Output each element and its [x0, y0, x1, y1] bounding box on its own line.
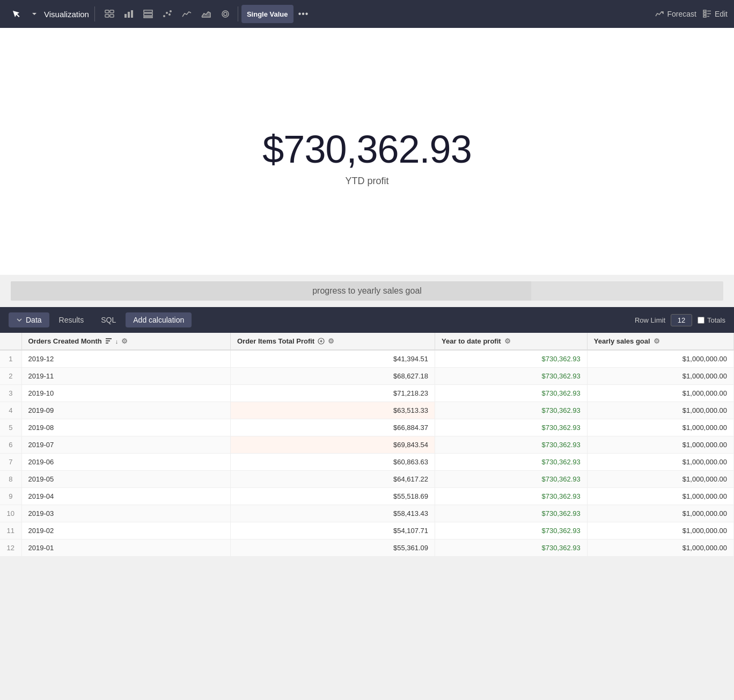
row-num: 6: [0, 436, 21, 454]
more-options-icon[interactable]: •••: [295, 5, 313, 23]
progress-bar-fill: [11, 281, 531, 301]
area-chart-vis-icon[interactable]: [197, 5, 215, 23]
row-num: 12: [0, 539, 21, 557]
th-month: Orders Created Month ↓ ⚙: [21, 333, 230, 350]
cell-ytd: $730,362.93: [435, 505, 588, 522]
pivot-vis-icon[interactable]: [139, 5, 157, 23]
tab-sql[interactable]: SQL: [93, 312, 123, 327]
row-num: 11: [0, 522, 21, 539]
edit-label: Edit: [715, 10, 728, 18]
line-chart-vis-icon[interactable]: [178, 5, 196, 23]
cell-ytd: $730,362.93: [435, 419, 588, 436]
cell-ytd: $730,362.93: [435, 350, 588, 368]
cell-month: 2019-10: [21, 385, 230, 402]
cell-month: 2019-03: [21, 505, 230, 522]
cursor-icon[interactable]: [6, 4, 26, 24]
single-value-vis-icon[interactable]: Single Value: [241, 5, 293, 23]
visualization-area: $730,362.93 YTD profit: [0, 28, 734, 275]
row-num: 3: [0, 385, 21, 402]
svg-rect-4: [124, 14, 127, 18]
cell-month: 2019-06: [21, 454, 230, 471]
main-value-display: $730,362.93: [262, 127, 471, 171]
table-row: 22019-11$68,627.18$730,362.93$1,000,000.…: [0, 368, 734, 385]
row-limit-input[interactable]: [671, 314, 692, 326]
cell-profit: $71,218.23: [230, 385, 435, 402]
cell-goal: $1,000,000.00: [587, 419, 733, 436]
svg-rect-1: [110, 10, 114, 13]
th-row-num: [0, 333, 21, 350]
totals-checkbox[interactable]: [698, 317, 704, 324]
cell-month: 2019-12: [21, 350, 230, 368]
data-toolbar-right: Row Limit Totals: [635, 314, 725, 326]
single-value-label: Single Value: [247, 10, 288, 18]
chevron-down-icon-data: [16, 317, 23, 323]
goal-col-settings-icon[interactable]: ⚙: [654, 337, 660, 345]
chevron-down-icon[interactable]: [29, 4, 40, 24]
svg-rect-0: [105, 10, 109, 13]
th-ytd: Year to date profit ⚙: [435, 333, 588, 350]
toolbar-left: Visualization: [6, 4, 652, 24]
data-table: Orders Created Month ↓ ⚙ Order Items Tot…: [0, 333, 734, 557]
ytd-col-settings-icon[interactable]: ⚙: [504, 337, 511, 345]
cell-profit: $63,513.33: [230, 402, 435, 419]
toolbar-sep-2: [238, 6, 238, 21]
data-panel-toolbar: Data Results SQL Add calculation Row Lim…: [0, 307, 734, 333]
visualization-label: Visualization: [44, 10, 89, 19]
cell-month: 2019-07: [21, 436, 230, 454]
svg-rect-17: [703, 13, 706, 14]
cell-goal: $1,000,000.00: [587, 522, 733, 539]
tab-data[interactable]: Data: [9, 312, 49, 327]
scatter-vis-icon[interactable]: [158, 5, 177, 23]
main-toolbar: Visualization: [0, 0, 734, 28]
cell-ytd: $730,362.93: [435, 436, 588, 454]
table-row: 92019-04$55,518.69$730,362.93$1,000,000.…: [0, 488, 734, 505]
table-row: 42019-09$63,513.33$730,362.93$1,000,000.…: [0, 402, 734, 419]
svg-rect-7: [144, 10, 152, 12]
sort-direction-icon[interactable]: ↓: [115, 338, 119, 345]
cell-ytd: $730,362.93: [435, 368, 588, 385]
cell-goal: $1,000,000.00: [587, 385, 733, 402]
forecast-icon: [655, 10, 664, 18]
table-body: 12019-12$41,394.51$730,362.93$1,000,000.…: [0, 350, 734, 557]
month-col-settings-icon[interactable]: ⚙: [121, 337, 128, 345]
svg-rect-16: [703, 10, 706, 12]
table-row: 62019-07$69,843.54$730,362.93$1,000,000.…: [0, 436, 734, 454]
forecast-button[interactable]: Forecast: [655, 10, 696, 18]
svg-rect-24: [106, 342, 108, 344]
tab-results[interactable]: Results: [52, 312, 92, 327]
svg-rect-23: [106, 340, 110, 341]
table-header-row: Orders Created Month ↓ ⚙ Order Items Tot…: [0, 333, 734, 350]
cell-goal: $1,000,000.00: [587, 454, 733, 471]
svg-point-14: [222, 11, 229, 17]
cell-ytd: $730,362.93: [435, 539, 588, 557]
cell-ytd: $730,362.93: [435, 471, 588, 488]
donut-vis-icon[interactable]: [216, 5, 234, 23]
progress-bar-label: progress to yearly sales goal: [312, 286, 422, 296]
svg-point-15: [224, 12, 227, 16]
cell-profit: $54,107.71: [230, 522, 435, 539]
profit-col-icon: [318, 338, 325, 345]
progress-bar-container: progress to yearly sales goal: [11, 281, 723, 301]
row-num: 5: [0, 419, 21, 436]
sort-icon[interactable]: [105, 338, 112, 345]
cell-ytd: $730,362.93: [435, 488, 588, 505]
edit-button[interactable]: Edit: [703, 10, 728, 18]
cell-month: 2019-05: [21, 471, 230, 488]
row-num: 4: [0, 402, 21, 419]
tab-add-calculation[interactable]: Add calculation: [126, 312, 192, 327]
bar-chart-vis-icon[interactable]: [120, 5, 138, 23]
cell-ytd: $730,362.93: [435, 454, 588, 471]
cell-month: 2019-02: [21, 522, 230, 539]
profit-col-settings-icon[interactable]: ⚙: [328, 337, 334, 345]
svg-rect-22: [106, 338, 112, 339]
cell-goal: $1,000,000.00: [587, 350, 733, 368]
svg-point-12: [168, 13, 171, 16]
table-vis-icon[interactable]: [100, 5, 119, 23]
row-num: 8: [0, 471, 21, 488]
row-limit-label: Row Limit: [635, 316, 665, 324]
table-row: 112019-02$54,107.71$730,362.93$1,000,000…: [0, 522, 734, 539]
row-num: 7: [0, 454, 21, 471]
cell-month: 2019-08: [21, 419, 230, 436]
svg-rect-3: [110, 14, 114, 17]
cell-month: 2019-11: [21, 368, 230, 385]
